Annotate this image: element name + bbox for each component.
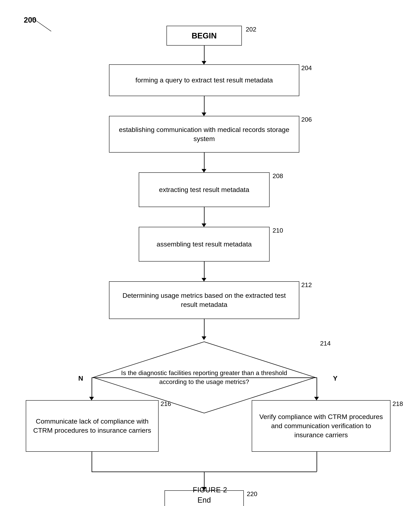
arrowhead-to-210 xyxy=(202,223,206,227)
arrow-y-down xyxy=(317,377,317,397)
diagram-ref-arrow xyxy=(32,17,51,31)
arrow-212-to-214 xyxy=(204,319,204,337)
end-ref: 220 xyxy=(247,490,257,498)
diagram-ref-number: 200 xyxy=(24,16,36,24)
step-208-box: extracting test result metadata xyxy=(139,172,270,207)
arrow-204-to-206 xyxy=(204,96,204,113)
arrowhead-to-214 xyxy=(202,336,206,340)
line-216-to-center xyxy=(92,472,204,472)
arrowhead-to-208 xyxy=(202,169,206,173)
step-204-box: forming a query to extract test result m… xyxy=(109,64,299,96)
flowchart-diagram: 200 BEGIN 202 forming a query to extract… xyxy=(0,0,420,506)
arrow-begin-to-204 xyxy=(204,46,204,61)
arrowhead-n xyxy=(89,397,94,400)
line-216-bottom xyxy=(92,452,92,472)
step-212-ref: 212 xyxy=(301,281,312,289)
label-n: N xyxy=(78,374,83,382)
step-218-box: Verify compliance with CTRM procedures a… xyxy=(252,400,391,452)
arrowhead-to-212 xyxy=(202,278,206,281)
step-206-ref: 206 xyxy=(301,116,312,123)
arrow-210-to-212 xyxy=(204,261,204,278)
label-y: Y xyxy=(333,374,338,382)
line-218-bottom xyxy=(317,452,317,472)
arrow-n-down xyxy=(92,377,92,397)
step-204-ref: 204 xyxy=(301,64,312,72)
arrowhead-to-204 xyxy=(202,61,206,65)
figure-label: FIGURE 2 xyxy=(193,486,227,494)
line-to-end xyxy=(204,472,204,487)
step-218-ref: 218 xyxy=(393,400,403,407)
step-208-ref: 208 xyxy=(272,172,283,180)
arrowhead-to-206 xyxy=(202,113,206,116)
begin-box: BEGIN xyxy=(167,26,242,46)
step-210-ref: 210 xyxy=(272,227,283,234)
arrow-208-to-210 xyxy=(204,207,204,224)
arrow-206-to-208 xyxy=(204,153,204,169)
step-212-box: Determining usage metrics based on the e… xyxy=(109,281,299,319)
step-206-box: establishing communication with medical … xyxy=(109,116,299,153)
step-214-ref: 214 xyxy=(320,340,331,347)
arrowhead-y xyxy=(314,397,319,400)
line-218-to-center xyxy=(204,472,317,472)
step-210-box: assembling test result metadata xyxy=(139,227,270,261)
step-214-text: Is the diagnostic facilities reporting g… xyxy=(121,368,287,386)
step-216-ref: 216 xyxy=(161,400,171,407)
step-216-box: Communicate lack of compliance with CTRM… xyxy=(26,400,159,452)
begin-ref: 202 xyxy=(246,26,256,33)
